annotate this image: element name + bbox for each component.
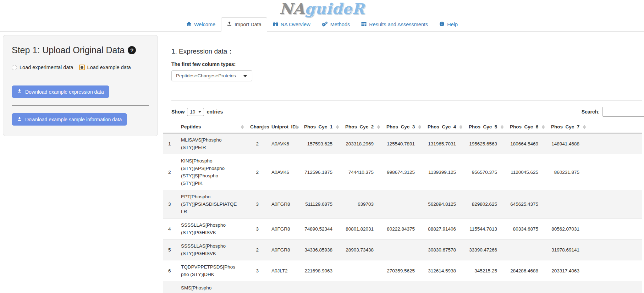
peptide-cell: KINS[Phospho (STY)]APS[Phospho (STY)]S[P… <box>177 154 247 190</box>
tab-na-overview[interactable]: NA Overview <box>267 17 316 32</box>
radio-label[interactable]: Load experimental data <box>20 65 73 70</box>
step1-title: Step 1: Upload Original Data ? <box>12 45 149 55</box>
column-header-label: Phos_Cyc_6 <box>510 124 538 129</box>
filler-cell <box>589 154 642 190</box>
upload-panel: Step 1: Upload Original Data ? Load expe… <box>3 35 158 136</box>
peptide-cell: TQDPVPPETPSDS[Phospho (STY)]DHK <box>177 260 247 281</box>
table-cell: 316457.7188 <box>424 281 465 293</box>
tab-label: Import Data <box>235 22 262 27</box>
table-cell: 88827.91406 <box>424 219 465 239</box>
table-cell: 195625.6563 <box>465 133 506 154</box>
filler-cell <box>589 133 642 154</box>
table-cell: 312614.5938 <box>424 260 465 281</box>
table-row: 3EPT[Phospho (STY)]PSIASDISLPIATQELR3A0F… <box>163 190 642 219</box>
page-length-select[interactable]: 10 <box>187 108 204 116</box>
row-index-header <box>163 121 177 133</box>
column-header-phos_cyc_4[interactable]: Phos_Cyc_4 <box>424 121 465 133</box>
table-cell: 3 <box>247 281 268 293</box>
sort-icon <box>377 125 380 129</box>
row-index-cell: 2 <box>163 154 177 190</box>
table-cell: 956570.375 <box>465 154 506 190</box>
download-example-sample-information-data-button[interactable]: Download example sample information data <box>12 113 127 126</box>
tab-welcome[interactable]: Welcome <box>181 17 221 32</box>
column-header-peptides[interactable]: Peptides <box>177 121 247 133</box>
column-header-uniprot_ids[interactable]: Uniprot_IDs <box>268 121 301 133</box>
divider <box>171 100 642 101</box>
table-cell: 645625.4375 <box>506 190 547 219</box>
table-cell: 74890.52344 <box>301 219 342 239</box>
filler-cell <box>589 219 642 239</box>
table-cell: 270359.5625 <box>383 260 424 281</box>
table-cell: 562894.8125 <box>424 190 465 219</box>
table-cell: 829802.625 <box>465 190 506 219</box>
row-index-cell: 5 <box>163 239 177 260</box>
table-cell: A0FGR8 <box>268 190 301 219</box>
table-cell: 2 <box>247 154 268 190</box>
table-row: 7SMS[Phospho (STY)]VDLSHIPLKDPLLFK3A0JNW… <box>163 281 642 293</box>
table-cell: A0JNW5 <box>268 281 301 293</box>
table-cell: 331924.5625 <box>547 281 589 293</box>
table-row: 2KINS[Phospho (STY)]APS[Phospho (STY)]S[… <box>163 154 642 190</box>
import-data-panel: 1. Expression data： The first few column… <box>158 35 642 293</box>
table-cell: 157593.625 <box>301 133 342 154</box>
app-header: NAguideR Welcome Import Data NA Overview… <box>0 0 644 32</box>
filler-cell <box>589 260 642 281</box>
column-header-phos_cyc_3[interactable]: Phos_Cyc_3 <box>383 121 424 133</box>
row-index-cell: 3 <box>163 190 177 219</box>
tab-import-data[interactable]: Import Data <box>221 17 267 32</box>
tab-label: Methods <box>330 22 350 27</box>
table-cell: 31978.69141 <box>547 239 589 260</box>
peptide-cell: SSSSLLAS[Phospho (STY)]PGHISVK <box>177 239 247 260</box>
column-header-phos_cyc_7[interactable]: Phos_Cyc_7 <box>547 121 589 133</box>
column-header-phos_cyc_1[interactable]: Phos_Cyc_1 <box>301 121 342 133</box>
download-icon <box>17 116 22 122</box>
table-cell: 744410.375 <box>342 154 383 190</box>
table-cell: 358460.9688 <box>383 281 424 293</box>
radio-unchecked-icon[interactable] <box>12 65 17 70</box>
radio-checked-icon[interactable] <box>79 65 85 70</box>
app-logo: NAguideR <box>279 1 364 17</box>
expression-data-table: PeptidesChargesUniprot_IDsPhos_Cyc_1Phos… <box>163 121 642 293</box>
table-cell: 2 <box>247 133 268 154</box>
search-input[interactable] <box>602 107 644 117</box>
table-cell: 1120045.625 <box>506 154 547 190</box>
info-circle-icon <box>439 21 445 28</box>
search-control: Search: <box>582 107 642 117</box>
table-cell: 80334.6875 <box>506 219 547 239</box>
table-cell: 131965.7031 <box>424 133 465 154</box>
table-cell <box>342 260 383 281</box>
sort-icon <box>295 125 298 129</box>
column-header-label: Peptides <box>181 124 201 129</box>
row-index-cell: 4 <box>163 219 177 239</box>
table-cell: 712596.1875 <box>301 154 342 190</box>
table-cell: 2 <box>247 239 268 260</box>
table-cell: 30830.67578 <box>424 239 465 260</box>
download-example-expression-data-button[interactable]: Download example expression data <box>12 85 109 98</box>
tab-label: Welcome <box>194 22 215 27</box>
column-header-phos_cyc_6[interactable]: Phos_Cyc_6 <box>506 121 547 133</box>
table-cell: 285275.5 <box>506 281 547 293</box>
table-icon <box>361 22 367 28</box>
column-header-label: Phos_Cyc_4 <box>428 124 456 129</box>
table-cell: 352716.75 <box>465 281 506 293</box>
tab-methods[interactable]: Methods <box>316 17 356 32</box>
column-header-label: Phos_Cyc_5 <box>469 124 497 129</box>
button-label: Download example expression data <box>25 89 104 95</box>
radio-label[interactable]: Load example data <box>87 65 131 70</box>
column-header-charges[interactable]: Charges <box>247 121 268 133</box>
radio-load-example-data[interactable]: Load example data <box>79 65 131 70</box>
question-circle-icon[interactable]: ? <box>128 46 136 54</box>
column-header-phos_cyc_2[interactable]: Phos_Cyc_2 <box>342 121 383 133</box>
column-types-dropdown[interactable]: Peptides+Charges+Proteins <box>171 70 252 81</box>
radio-load-experimental-data[interactable]: Load experimental data <box>12 65 73 70</box>
tab-results-and-assessments[interactable]: Results and Assessments <box>356 17 434 32</box>
table-cell: 203317.4063 <box>547 260 589 281</box>
table-cell: 345215.25 <box>465 260 506 281</box>
tab-help[interactable]: Help <box>434 17 463 32</box>
gears-icon <box>322 21 328 28</box>
table-cell: 1139399.125 <box>424 154 465 190</box>
logo-part-guider: guideR <box>305 0 365 17</box>
table-cell: 80801.82031 <box>342 219 383 239</box>
show-label: Show <box>171 109 185 115</box>
column-header-phos_cyc_5[interactable]: Phos_Cyc_5 <box>465 121 506 133</box>
